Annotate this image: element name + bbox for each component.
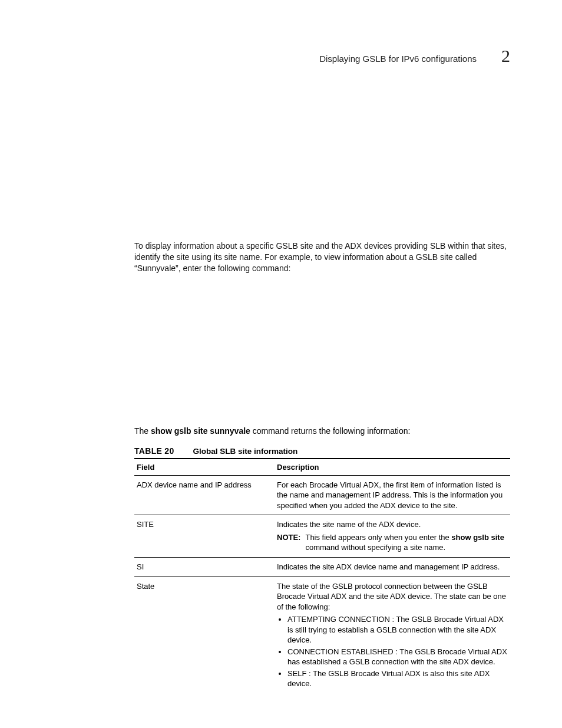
page: Displaying GSLB for IPv6 configurations … (0, 0, 562, 728)
list-item: SELF : The GSLB Brocade Virtual ADX is a… (287, 668, 508, 689)
cell-field: SITE (134, 515, 275, 558)
running-header: Displaying GSLB for IPv6 configurations … (134, 46, 510, 66)
command-returns-line: The show gslb site sunnyvale command ret… (134, 426, 510, 436)
note-text: This field appears only when you enter t… (305, 532, 508, 553)
site-info-table: Field Description ADX device name and IP… (134, 458, 510, 694)
table-header-row: Field Description (134, 459, 510, 476)
table-row: SI Indicates the site ADX device name an… (134, 557, 510, 577)
command-name: show gslb site sunnyvale (151, 426, 250, 436)
table-row: SITE Indicates the site name of the ADX … (134, 515, 510, 558)
table-caption: TABLE 20 Global SLB site information (134, 446, 510, 456)
col-header-field: Field (134, 459, 275, 476)
col-header-description: Description (275, 459, 510, 476)
table-row: State The state of the GSLB protocol con… (134, 577, 510, 694)
cell-field: State (134, 577, 275, 694)
text: The state of the GSLB protocol connectio… (277, 581, 508, 612)
chapter-number: 2 (501, 46, 510, 66)
list-item: ATTEMPTING CONNECTION : The GSLB Brocade… (287, 614, 508, 645)
list-item: CONNECTION ESTABLISHED : The GSLB Brocad… (287, 647, 508, 667)
cell-field: SI (134, 557, 275, 577)
table-row: ADX device name and IP address For each … (134, 475, 510, 515)
text: command returns the following informatio… (250, 426, 411, 436)
state-list: ATTEMPTING CONNECTION : The GSLB Brocade… (277, 614, 508, 689)
intro-paragraph: To display information about a specific … (134, 241, 510, 274)
section-title: Displaying GSLB for IPv6 configurations (319, 54, 477, 64)
cell-description: The state of the GSLB protocol connectio… (275, 577, 510, 694)
table-label: TABLE 20 (134, 446, 174, 456)
text: This field appears only when you enter t… (305, 533, 451, 542)
note-label: NOTE: (277, 532, 300, 553)
command-name: show gslb site (451, 533, 504, 542)
text: Indicates the site name of the ADX devic… (277, 519, 508, 530)
cell-description: For each Brocade Virtual ADX, the first … (275, 475, 510, 515)
note-block: NOTE: This field appears only when you e… (277, 532, 508, 553)
text: command without specifying a site name. (305, 543, 445, 552)
text: The (134, 426, 151, 436)
cell-description: Indicates the site ADX device name and m… (275, 557, 510, 577)
cell-description: Indicates the site name of the ADX devic… (275, 515, 510, 558)
cell-field: ADX device name and IP address (134, 475, 275, 515)
table-title: Global SLB site information (193, 447, 297, 456)
